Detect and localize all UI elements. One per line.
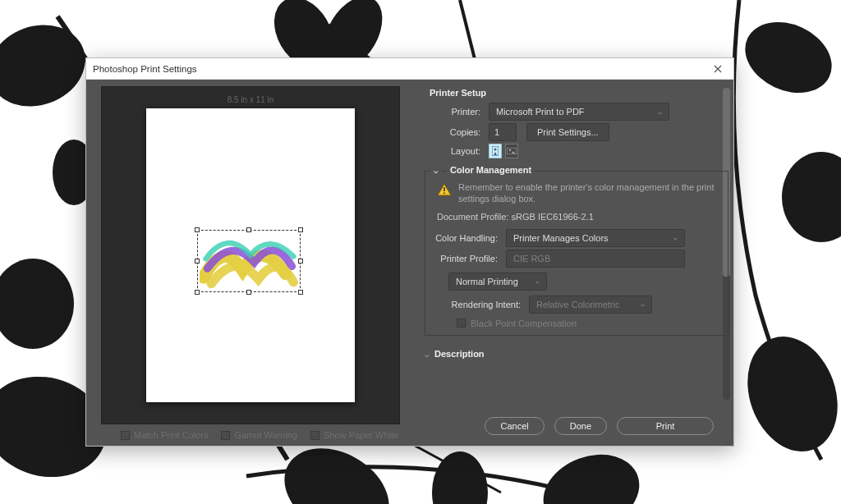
select-value: Printer Manages Colors (513, 233, 609, 243)
printer-profile-label: Printer Profile: (430, 254, 506, 263)
printer-setup-section: Printer Setup Printer: Microsoft Print t… (408, 86, 733, 167)
select-value: Normal Printing (456, 277, 518, 286)
select-value: CIE RGB (513, 254, 550, 263)
color-management-warning: Remember to enable the printer's color m… (425, 180, 728, 210)
svg-point-11 (533, 442, 650, 504)
print-settings-button[interactable]: Print Settings... (526, 123, 609, 141)
chevron-down-icon: ⌵ (658, 108, 662, 116)
warning-icon (437, 183, 452, 196)
select-value: Relative Colorimetric (536, 300, 619, 309)
resize-handle[interactable] (298, 259, 303, 263)
svg-point-8 (733, 324, 841, 465)
resize-handle[interactable] (246, 227, 251, 232)
done-button[interactable]: Done (554, 417, 607, 435)
checkbox-icon (121, 431, 130, 440)
resize-handle[interactable] (195, 259, 200, 263)
document-profile-value: sRGB IEC61966-2.1 (512, 212, 594, 222)
copies-label: Copies: (408, 127, 489, 137)
svg-rect-17 (443, 187, 445, 191)
color-management-heading: Color Management (447, 165, 535, 175)
description-heading: Description (434, 349, 485, 359)
preview-column: 8.5 in x 11 in (86, 80, 408, 446)
cancel-button[interactable]: Cancel (485, 417, 544, 435)
printing-mode-select[interactable]: Normal Printing ⌵ (448, 273, 547, 291)
checkbox-icon (310, 431, 319, 440)
checkbox-icon (221, 431, 230, 440)
color-handling-select[interactable]: Printer Manages Colors ⌵ (506, 229, 685, 247)
svg-point-6 (733, 9, 841, 107)
chevron-down-icon: ⌵ (641, 300, 645, 308)
svg-point-14 (494, 149, 497, 151)
show-paper-white-checkbox: Show Paper White (310, 430, 398, 440)
resize-handle[interactable] (195, 227, 200, 232)
match-print-colors-checkbox: Match Print Colors (121, 430, 208, 440)
dialog-buttons: Cancel Done Print (408, 411, 733, 446)
printer-label: Printer: (408, 107, 489, 117)
copies-input[interactable]: 1 (489, 123, 517, 141)
print-preview-area: 8.5 in x 11 in (101, 86, 400, 424)
checkbox-label: Show Paper White (324, 430, 398, 440)
color-handling-label: Color Handling: (430, 233, 506, 243)
collapse-icon[interactable]: ⌵ (425, 351, 429, 359)
resize-handle[interactable] (298, 227, 303, 232)
svg-point-0 (0, 11, 97, 119)
dialog-title: Photoshop Print Settings (93, 64, 709, 74)
gamut-warning-checkbox: Gamut Warning (221, 430, 297, 440)
checkbox-icon (457, 318, 466, 328)
layout-portrait-button[interactable] (489, 144, 502, 158)
layout-label: Layout: (408, 146, 489, 156)
description-section: ⌵ Description (408, 349, 733, 359)
checkbox-label: Match Print Colors (134, 430, 208, 440)
svg-point-16 (509, 149, 511, 151)
svg-rect-15 (507, 148, 517, 154)
landscape-icon (507, 148, 517, 154)
rendering-intent-label: Rendering Intent: (445, 300, 529, 309)
checkbox-label: Gamut Warning (234, 430, 297, 440)
button-label: Print (656, 421, 675, 431)
preview-options-row: Match Print Colors Gamut Warning Show Pa… (86, 424, 408, 446)
svg-point-2 (0, 259, 74, 349)
input-value: 1 (494, 127, 499, 137)
document-profile-label: Document Profile: (437, 212, 508, 222)
portrait-icon (492, 146, 499, 156)
warning-text: Remember to enable the printer's color m… (458, 181, 719, 205)
svg-point-7 (782, 152, 841, 242)
select-value: Microsoft Print to PDF (496, 107, 585, 117)
paper-dimensions-label: 8.5 in x 11 in (146, 95, 355, 104)
collapse-icon[interactable]: ⌵ (430, 167, 441, 175)
printer-select[interactable]: Microsoft Print to PDF ⌵ (489, 103, 669, 121)
titlebar: Photoshop Print Settings (86, 58, 733, 80)
button-label: Print Settings... (537, 127, 599, 137)
resize-handle[interactable] (298, 290, 303, 295)
printer-profile-select: CIE RGB (506, 250, 685, 268)
layout-landscape-button[interactable] (505, 144, 518, 158)
print-settings-dialog: Photoshop Print Settings 8.5 in x 11 in (85, 57, 734, 447)
paper-preview: 8.5 in x 11 in (146, 108, 355, 402)
print-button[interactable]: Print (617, 417, 714, 435)
chevron-down-icon: ⌵ (535, 277, 540, 285)
resize-handle[interactable] (246, 290, 251, 295)
document-profile-row: Document Profile: sRGB IEC61966-2.1 (425, 210, 728, 227)
printer-setup-heading: Printer Setup (430, 88, 714, 98)
resize-handle[interactable] (195, 290, 200, 295)
artwork-bounding-box[interactable] (197, 230, 301, 292)
settings-column: Printer Setup Printer: Microsoft Print t… (408, 80, 733, 446)
color-management-section: ⌵ Color Management Remember to enable th… (425, 171, 728, 336)
close-icon[interactable] (709, 62, 727, 76)
chevron-down-icon: ⌵ (673, 234, 678, 241)
artwork-image (200, 232, 298, 290)
button-label: Cancel (500, 421, 528, 431)
rendering-intent-select: Relative Colorimetric ⌵ (529, 296, 652, 314)
checkbox-label: Black Point Compensation (471, 318, 577, 328)
button-label: Done (570, 421, 591, 431)
svg-rect-18 (443, 193, 445, 195)
black-point-compensation-checkbox: Black Point Compensation (425, 318, 728, 328)
